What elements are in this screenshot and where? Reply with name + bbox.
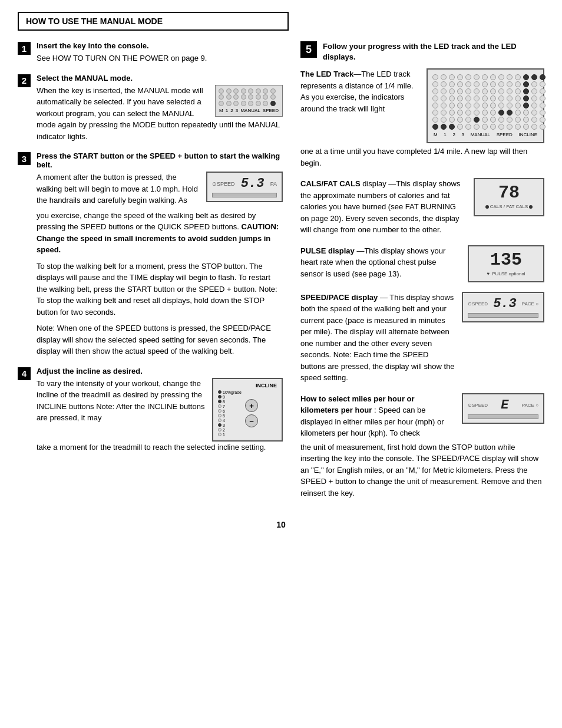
led-dot: [465, 74, 471, 80]
led-dot: [449, 74, 455, 80]
led-dot: [465, 110, 471, 116]
step-3-body2: you exercise, change the speed of the wa…: [37, 210, 283, 256]
led-dot: [498, 74, 504, 80]
led-dot: [474, 81, 480, 87]
incline-item-3: 3: [218, 423, 242, 427]
led-dot: [523, 124, 529, 130]
step-4-content: Adjust the incline as desired. To vary t…: [37, 367, 283, 453]
led-dot: [457, 88, 463, 94]
incline-item-2: 2: [218, 428, 242, 432]
pulse-label: PULSE optional: [492, 271, 525, 276]
led-dot: [432, 110, 438, 116]
led-dot: [457, 124, 463, 130]
led-dot: [498, 117, 504, 123]
led-dot: [540, 81, 546, 87]
led-dot: [498, 88, 504, 94]
led-track-title: The LED Track: [300, 70, 353, 78]
cals-display-label: display: [362, 179, 386, 188]
cals-section: CALS/FAT CALS display —This display show…: [300, 178, 544, 236]
incline-item-6: 6: [218, 409, 242, 413]
led-dot: [515, 95, 521, 101]
led-dot: [515, 88, 521, 94]
e-bar: [468, 414, 538, 419]
incline-dot-2: [218, 428, 222, 431]
led-dot: [482, 95, 488, 101]
step-4-number: 4: [18, 367, 31, 380]
led-label-incline: INCLINE: [518, 132, 537, 137]
led-dot-on: [441, 124, 447, 130]
led-dot: [490, 124, 496, 130]
lcd-label-1: 1: [226, 108, 228, 113]
led-dot: [515, 74, 521, 80]
step-3: 3 Press the START button or the SPEED + …: [18, 151, 283, 357]
incline-up-button[interactable]: +: [245, 399, 258, 412]
incline-label-4: 4: [223, 419, 225, 423]
led-dot: [457, 103, 463, 108]
led-dot: [490, 81, 496, 87]
led-dot: [482, 88, 488, 94]
incline-dot-6: [218, 409, 222, 413]
incline-item-4: 4: [218, 419, 242, 423]
step-3-content: Press the START button or the SPEED + bu…: [37, 151, 283, 357]
lcd-dot: [219, 94, 224, 100]
step-4-body2: take a moment for the treadmill to reach…: [37, 442, 283, 453]
led-dot: [474, 95, 480, 101]
step-5-number: 5: [300, 41, 317, 58]
incline-item-5: 5: [218, 414, 242, 418]
led-dot: [507, 81, 513, 87]
led-dot: [531, 117, 537, 123]
led-dot: [482, 117, 488, 123]
led-dot: [540, 103, 546, 108]
incline-display: INCLINE 10%grade 9: [212, 378, 283, 442]
pulse-with-img: PULSE display —This display shows your h…: [300, 245, 544, 282]
speed-display: ⊙SPEED 5.3 PA: [206, 172, 283, 202]
led-dot: [507, 117, 513, 123]
led-dot: [540, 124, 546, 130]
lcd-label-m: M: [219, 108, 223, 113]
led-dot: [540, 117, 546, 123]
led-dot: [515, 117, 521, 123]
speedpace-speed-label: ⊙SPEED: [468, 301, 488, 307]
lcd-dot: [241, 101, 246, 106]
led-dot: [449, 81, 455, 87]
step-2-title: Select the MANUAL mode.: [37, 74, 283, 83]
led-dot: [432, 117, 438, 123]
right-column: 5 Follow your progress with the LED trac…: [300, 41, 544, 508]
incline-label-3: 3: [223, 423, 225, 427]
led-dot: [490, 95, 496, 101]
led-dot: [465, 81, 471, 87]
manual-lcd-dots: [219, 88, 279, 106]
led-dot: [507, 95, 513, 101]
step-3-body1: A moment after the button is pressed, th…: [37, 172, 200, 206]
step-3-text1: A moment after the button is pressed, th…: [37, 172, 200, 206]
section-header: HOW TO USE THE MANUAL MODE: [18, 12, 289, 31]
incline-label-8: 8: [223, 400, 225, 404]
page-number: 10: [18, 520, 544, 529]
incline-label-9: 9: [223, 395, 225, 399]
speedpace-display: ⊙SPEED 5.3 PACE ○: [462, 292, 544, 322]
step-4-body1: To vary the intensity of your workout, c…: [37, 378, 206, 424]
step-1-number: 1: [18, 42, 31, 55]
led-dot: [449, 117, 455, 123]
pulse-display: 135 ♥ PULSE optional: [468, 245, 544, 282]
led-dot: [531, 124, 537, 130]
led-dot: [490, 117, 496, 123]
incline-buttons: + −: [245, 390, 258, 437]
cals-text: CALS/FAT CALS display —This display show…: [300, 178, 467, 236]
incline-scale: 10%grade 9 8: [218, 390, 242, 437]
speed-pace-section: SPEED/PACE display — This display shows …: [300, 292, 544, 384]
led-dot: [465, 95, 471, 101]
led-dot: [498, 103, 504, 108]
led-track-section: The LED Track—The LED track represents a…: [300, 68, 544, 169]
led-dot: [432, 95, 438, 101]
incline-down-button[interactable]: −: [245, 414, 258, 427]
mph-kph-section: How to select miles per hour or kilomete…: [300, 393, 544, 499]
incline-dot-10: [218, 390, 222, 394]
led-dot: [482, 110, 488, 116]
led-label-m: M: [434, 132, 438, 137]
lcd-dot: [256, 88, 261, 94]
pulse-bottom: ♥ PULSE optional: [475, 271, 537, 276]
led-dot: [515, 81, 521, 87]
pulse-value: 135: [475, 251, 537, 269]
speed-bar: [212, 193, 277, 197]
